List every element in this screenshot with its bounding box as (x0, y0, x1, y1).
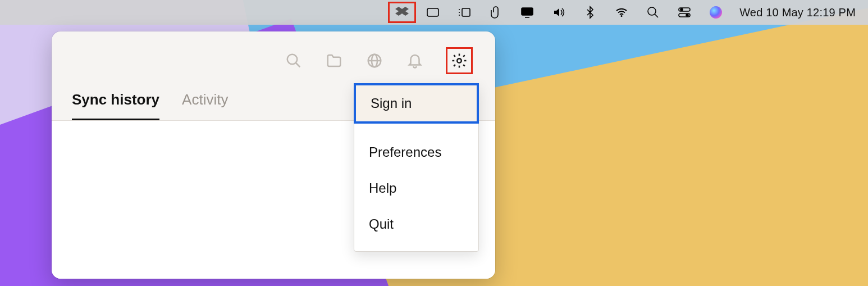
bell-icon[interactable] (405, 51, 424, 70)
menu-item-quit[interactable]: Quit (354, 206, 478, 242)
bluetooth-icon[interactable] (582, 4, 598, 20)
menu-item-sign-in[interactable]: Sign in (354, 83, 479, 124)
popover-toolbar (52, 31, 495, 84)
svg-line-12 (655, 14, 658, 17)
tab-sync-history[interactable]: Sync history (72, 91, 159, 120)
wifi-icon[interactable] (614, 4, 629, 20)
highlight-gear (446, 47, 473, 74)
svg-line-18 (296, 63, 300, 67)
menu-item-preferences[interactable]: Preferences (354, 134, 478, 170)
macos-menubar: Wed 10 May 12:19 PM (0, 0, 868, 25)
globe-icon[interactable] (365, 51, 384, 70)
settings-dropdown: Sign in Preferences Help Quit (354, 83, 479, 252)
volume-icon[interactable] (551, 4, 567, 20)
stage-manager-icon[interactable] (456, 4, 472, 20)
paperclip-icon[interactable] (488, 4, 504, 20)
svg-point-11 (648, 7, 656, 15)
menubar-clock[interactable]: Wed 10 May 12:19 PM (739, 6, 856, 19)
svg-rect-5 (462, 8, 470, 16)
dropbox-icon[interactable] (394, 4, 410, 20)
menu-item-help[interactable]: Help (354, 170, 478, 206)
svg-point-17 (287, 55, 298, 65)
control-center-icon[interactable] (677, 4, 692, 20)
display-icon[interactable] (519, 4, 535, 20)
svg-point-16 (686, 14, 688, 16)
svg-rect-9 (522, 8, 533, 15)
gear-icon[interactable] (450, 51, 469, 70)
keyboard-viewer-icon[interactable] (425, 4, 441, 20)
search-icon[interactable] (645, 4, 661, 20)
svg-point-14 (680, 8, 683, 11)
svg-rect-0 (427, 8, 438, 16)
siri-icon[interactable] (708, 4, 724, 20)
tab-activity[interactable]: Activity (182, 91, 228, 120)
search-icon[interactable] (284, 51, 303, 70)
svg-point-22 (457, 58, 462, 63)
folder-icon[interactable] (325, 51, 344, 70)
highlight-dropbox (388, 2, 416, 23)
